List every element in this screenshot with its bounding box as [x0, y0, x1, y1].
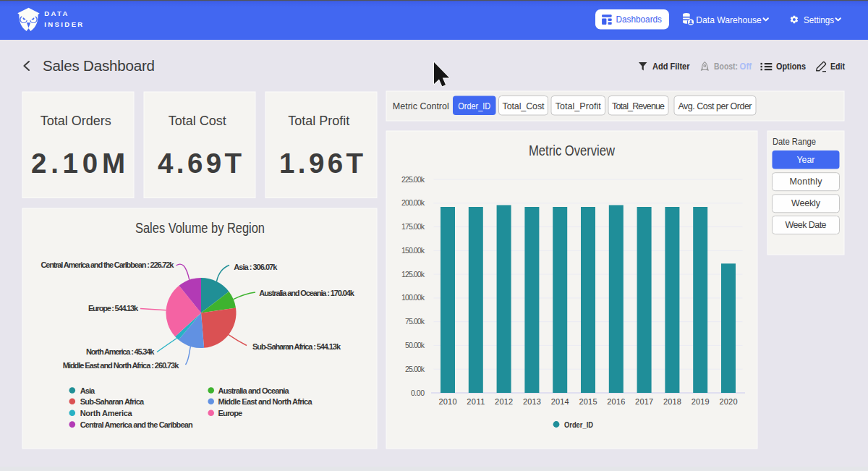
svg-text:Metric Overview: Metric Overview — [529, 143, 616, 158]
svg-text:Dashboards: Dashboards — [616, 14, 663, 25]
svg-text:2016: 2016 — [607, 397, 625, 406]
svg-text:Order_ID: Order_ID — [564, 420, 593, 429]
svg-text:75.00k: 75.00k — [405, 317, 425, 326]
svg-text:Year: Year — [797, 155, 815, 165]
svg-text:225.00k: 225.00k — [401, 175, 425, 184]
svg-text:2020: 2020 — [720, 397, 738, 406]
svg-text:2.10M: 2.10M — [31, 148, 125, 179]
svg-text:North America: North America — [80, 409, 133, 417]
svg-text:Central America and the Caribb: Central America and the Caribbean — [80, 420, 193, 429]
svg-text:Settings: Settings — [804, 14, 834, 25]
svg-text:125.00k: 125.00k — [401, 270, 425, 279]
svg-text:Edit: Edit — [830, 61, 846, 72]
svg-text:Sub-Saharan Africa: Sub-Saharan Africa — [80, 397, 145, 406]
svg-text:Boost:: Boost: — [714, 61, 738, 72]
svg-text:Add Filter: Add Filter — [652, 61, 690, 72]
svg-text:Sub-Saharan Africa : 544.13k: Sub-Saharan Africa : 544.13k — [252, 342, 341, 351]
svg-text:2011: 2011 — [467, 397, 485, 406]
svg-text:Sales Dashboard: Sales Dashboard — [43, 57, 155, 74]
svg-text:2013: 2013 — [523, 397, 541, 406]
svg-text:2015: 2015 — [579, 397, 597, 406]
svg-text:DATA: DATA — [44, 9, 69, 17]
svg-text:25.00k: 25.00k — [405, 365, 425, 373]
svg-text:2019: 2019 — [692, 397, 710, 406]
svg-text:Weekly: Weekly — [791, 198, 821, 208]
svg-text:2014: 2014 — [551, 397, 569, 406]
svg-text:2010: 2010 — [439, 397, 457, 406]
svg-text:2017: 2017 — [635, 397, 653, 406]
svg-text:Total_Revenue: Total_Revenue — [612, 101, 665, 111]
svg-text:Sales Volume by Region: Sales Volume by Region — [135, 220, 265, 236]
svg-text:Week Date: Week Date — [786, 220, 827, 230]
svg-text:Middle East and North Africa: Middle East and North Africa — [218, 397, 313, 406]
svg-text:Metric Control: Metric Control — [393, 101, 449, 111]
svg-text:Europe: Europe — [218, 409, 243, 417]
svg-text:Off: Off — [740, 61, 752, 72]
svg-text:Date Range: Date Range — [773, 136, 816, 147]
svg-text:200.00k: 200.00k — [401, 198, 425, 207]
svg-text:Monthly: Monthly — [790, 177, 823, 187]
svg-text:Avg. Cost per Order: Avg. Cost per Order — [678, 101, 752, 111]
svg-text:Total_Cost: Total_Cost — [503, 101, 545, 111]
svg-text:Total Orders: Total Orders — [41, 114, 111, 128]
svg-text:175.00k: 175.00k — [401, 222, 425, 231]
svg-text:Options: Options — [776, 61, 806, 72]
svg-text:Europe : 544.13k: Europe : 544.13k — [88, 304, 139, 313]
svg-text:Total Cost: Total Cost — [169, 114, 226, 128]
svg-text:Australia and Oceania : 170.04: Australia and Oceania : 170.04k — [259, 289, 354, 297]
svg-text:Asia: Asia — [80, 386, 95, 395]
svg-text:Total Profit: Total Profit — [288, 114, 349, 128]
svg-text:Asia : 306.07k: Asia : 306.07k — [234, 263, 278, 271]
svg-text:Total_Profit: Total_Profit — [556, 101, 602, 111]
svg-text:1.96T: 1.96T — [279, 148, 363, 179]
svg-text:100.00k: 100.00k — [401, 293, 425, 302]
svg-text:North America : 45.34k: North America : 45.34k — [86, 347, 155, 356]
svg-text:Australia and Oceania: Australia and Oceania — [218, 386, 290, 395]
svg-text:50.00k: 50.00k — [405, 341, 425, 349]
svg-text:0.00: 0.00 — [411, 389, 425, 397]
svg-text:150.00k: 150.00k — [401, 246, 425, 255]
svg-text:INSIDER: INSIDER — [44, 20, 84, 28]
svg-text:Data Warehouse: Data Warehouse — [696, 14, 762, 25]
svg-text:2012: 2012 — [495, 397, 513, 406]
svg-text:2018: 2018 — [663, 397, 681, 406]
svg-text:Middle East and North Africa :: Middle East and North Africa : 260.73k — [63, 361, 179, 370]
svg-text:Order_ID: Order_ID — [458, 101, 490, 111]
svg-text:Central America and the Caribb: Central America and the Caribbean : 226.… — [41, 260, 174, 269]
svg-text:4.69T: 4.69T — [158, 148, 242, 179]
